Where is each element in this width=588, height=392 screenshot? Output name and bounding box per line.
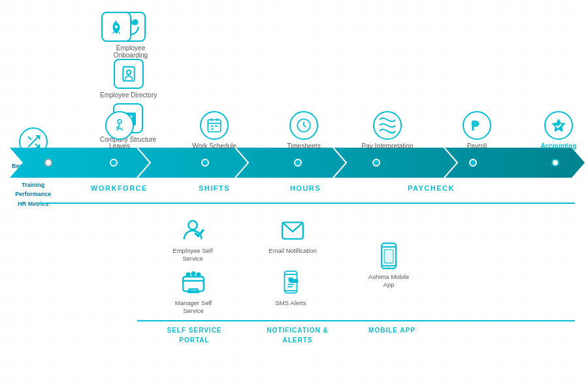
dot-start	[44, 159, 52, 167]
svg-rect-20	[208, 120, 221, 131]
leaves-icon	[105, 111, 134, 140]
directory-icon	[114, 59, 144, 89]
svg-text:SMS: SMS	[289, 279, 298, 283]
payroll-item: ₱ Payroll	[457, 111, 497, 150]
shifts-label: SHIFTS	[169, 184, 260, 192]
self-service-label: SELF SERVICEPORTAL	[147, 325, 242, 345]
workforce-label: WORKFORCE	[72, 184, 167, 192]
paycheck-label: PAYCHECK	[363, 184, 500, 192]
mss-label: Manager Self Service	[165, 299, 222, 316]
dot-accounting	[551, 159, 559, 167]
svg-point-36	[192, 272, 195, 275]
training-link[interactable]: Training	[12, 180, 55, 189]
directory-label: Employee Directory	[100, 91, 157, 99]
mss-icon	[177, 267, 210, 299]
hours-label: HOURS	[255, 184, 356, 192]
ess-item: Employee Self Service	[167, 214, 219, 263]
timesheets-label: Timesheets	[287, 142, 320, 150]
notifications-label: NOTIFICATION &ALERTS	[247, 325, 348, 345]
timesheets-item: Timesheets	[281, 111, 327, 150]
mobile-app-item: Ashima Mobile App	[363, 240, 415, 289]
dot-workschedule	[201, 159, 209, 167]
email-label: Email Notification	[269, 247, 316, 255]
ess-label: Employee Self Service	[167, 247, 219, 263]
svg-point-37	[197, 273, 201, 276]
accounting-item: Accounting	[536, 111, 581, 150]
dot-payroll	[469, 159, 477, 167]
svg-line-3	[28, 137, 31, 140]
bottom-separator	[137, 320, 575, 321]
onboarding-item: Employee Onboarding	[101, 12, 160, 59]
svg-text:₱: ₱	[471, 119, 480, 133]
work-schedule-icon	[200, 111, 229, 140]
pay-interp-icon	[373, 111, 402, 140]
timesheets-icon	[289, 111, 318, 140]
dot-leaves	[110, 159, 118, 167]
accounting-icon	[544, 111, 573, 140]
mobile-app-label: Ashima Mobile App	[363, 273, 415, 289]
mobile-app-cat-label: MOBILE APP	[350, 325, 434, 335]
payroll-label: Payroll	[467, 142, 487, 150]
sms-label: SMS Alerts	[276, 299, 306, 307]
work-schedule-label: Work Schedule	[192, 142, 237, 150]
directory-item: Employee Directory	[100, 59, 157, 99]
sms-icon: SMS	[274, 267, 307, 299]
svg-point-35	[187, 273, 190, 276]
onboarding-label: Employee Onboarding	[101, 44, 160, 59]
onboarding-icon	[116, 12, 146, 42]
ess-icon	[176, 214, 209, 247]
performance-link[interactable]: Performance	[12, 189, 55, 199]
svg-point-48	[388, 267, 390, 269]
svg-rect-49	[384, 250, 393, 263]
email-icon	[276, 214, 309, 247]
email-item: Email Notification	[267, 214, 319, 255]
work-schedule-item: Work Schedule	[188, 111, 240, 150]
payroll-icon: ₱	[463, 111, 491, 140]
mobile-app-icon	[372, 240, 405, 273]
accounting-label: Accounting	[541, 142, 577, 150]
pay-interp-item: Pay Interpretation	[358, 111, 417, 150]
mss-item: Manager Self Service	[165, 267, 222, 316]
svg-point-29	[188, 221, 197, 229]
pay-interp-label: Pay Interpretation	[362, 142, 414, 150]
sms-item: SMS SMS Alerts	[268, 267, 314, 307]
svg-point-19	[118, 120, 122, 123]
dot-timesheets	[294, 159, 302, 167]
separator-line-bottom	[39, 203, 575, 204]
dot-pay-interp	[372, 159, 380, 167]
leaves-label: Leaves	[109, 142, 130, 150]
svg-point-8	[126, 71, 131, 75]
leaves-item: Leaves	[97, 111, 142, 150]
